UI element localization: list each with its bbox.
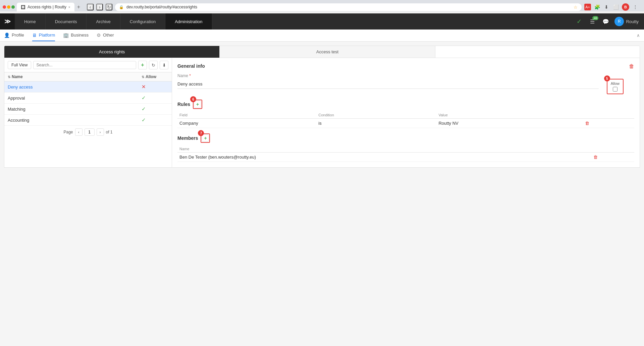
platform-icon: 🖥 bbox=[32, 33, 37, 38]
sub-nav-profile[interactable]: 👤 Profile bbox=[4, 30, 24, 41]
rules-header-row: Field Condition Value bbox=[177, 112, 634, 119]
add-rule-btn[interactable]: + bbox=[194, 101, 201, 108]
tab-bar: 🔲 Access rights | Routty × + bbox=[17, 3, 82, 11]
tab-access-test[interactable]: Access test bbox=[220, 46, 435, 58]
search-input[interactable] bbox=[33, 61, 136, 69]
allow-checkbox[interactable] bbox=[613, 87, 618, 92]
annotation-badge-5: 5 bbox=[604, 75, 610, 81]
app-logo: ≫ bbox=[0, 13, 15, 30]
nav-item-documents[interactable]: Documents bbox=[46, 13, 87, 30]
members-table-header: Name bbox=[177, 146, 634, 153]
reload-btn[interactable]: ↻ bbox=[106, 4, 112, 10]
member-name: Ben De Tester (ben.wouters@routty.eu) bbox=[177, 153, 591, 162]
chat-icon[interactable]: 💬 bbox=[601, 17, 610, 26]
list-header: ⇅ Name ⇅ Allow bbox=[4, 72, 172, 81]
user-name-area[interactable]: R Routty bbox=[614, 17, 639, 26]
general-info-section: General info Name * Deny access bbox=[177, 63, 624, 94]
col-field: Field bbox=[177, 112, 316, 119]
page-number-input[interactable] bbox=[85, 128, 95, 136]
active-tab[interactable]: 🔲 Access rights | Routty × bbox=[17, 3, 74, 11]
refresh-btn[interactable]: ↻ bbox=[149, 61, 158, 69]
address-bar[interactable]: 🔒 dev.routty.be/portal/routty/#accessrig… bbox=[115, 3, 582, 11]
row-allow-accounting: ✓ bbox=[142, 117, 168, 123]
list-row-approval[interactable]: Approval ✓ bbox=[4, 93, 172, 104]
message-icon: 💬 bbox=[602, 18, 609, 25]
rules-table-body: Company is Routty NV 🗑 bbox=[177, 119, 634, 128]
list-row-matching[interactable]: Matching ✓ bbox=[4, 104, 172, 115]
profile-circle[interactable]: B bbox=[622, 3, 629, 11]
window-close-btn[interactable] bbox=[3, 5, 6, 9]
members-table: Name Ben De Tester (ben.wouters@routty.e… bbox=[177, 146, 634, 162]
prev-page-btn[interactable]: ‹ bbox=[75, 128, 83, 136]
col-value: Value bbox=[436, 112, 583, 119]
extensions-icon[interactable]: A+ bbox=[584, 4, 591, 10]
deny-icon: ✕ bbox=[142, 84, 146, 90]
sub-nav-platform[interactable]: 🖥 Platform bbox=[32, 30, 55, 41]
rule-row-1: Company is Routty NV 🗑 bbox=[177, 119, 634, 128]
window-maximize-btn[interactable] bbox=[11, 5, 15, 9]
sub-nav-profile-label: Profile bbox=[12, 33, 24, 38]
nav-item-administration[interactable]: Administration bbox=[165, 13, 212, 30]
browser-chrome: 🔲 Access rights | Routty × + ‹ › ↻ 🔒 dev… bbox=[0, 0, 644, 11]
browser-top-bar: 🔲 Access rights | Routty × + ‹ › ↻ 🔒 dev… bbox=[3, 3, 641, 11]
next-page-btn[interactable]: › bbox=[97, 128, 104, 136]
sub-nav-business-label: Business bbox=[71, 33, 89, 38]
delete-rule-icon[interactable]: 🗑 bbox=[585, 121, 589, 126]
nav-item-configuration[interactable]: Configuration bbox=[120, 13, 165, 30]
tab-access-rights[interactable]: Access rights bbox=[4, 46, 220, 58]
sub-nav: 👤 Profile 🖥 Platform 🏢 Business ⚙ Other … bbox=[0, 30, 644, 42]
add-record-btn[interactable]: + bbox=[138, 61, 147, 69]
sub-nav-other[interactable]: ⚙ Other bbox=[97, 30, 114, 41]
list-row-deny-access[interactable]: Deny access ✕ bbox=[4, 81, 172, 93]
nav-item-home[interactable]: Home bbox=[15, 13, 46, 30]
split-view-icon[interactable]: ⬜ bbox=[612, 4, 619, 10]
general-info-title: General info bbox=[177, 63, 624, 69]
nav-item-archive[interactable]: Archive bbox=[87, 13, 120, 30]
accounting-check-icon: ✓ bbox=[142, 117, 146, 123]
back-btn[interactable]: ‹ bbox=[87, 4, 94, 10]
sub-nav-collapse-btn[interactable]: ∧ bbox=[637, 33, 640, 38]
other-icon: ⚙ bbox=[97, 33, 101, 38]
download-icon[interactable]: ⬇ bbox=[603, 4, 610, 10]
name-field-label: Name * bbox=[177, 73, 599, 78]
sub-nav-business[interactable]: 🏢 Business bbox=[63, 30, 89, 41]
name-field: Name * Deny access bbox=[177, 73, 599, 94]
browser-controls bbox=[3, 5, 15, 9]
bookmark-icon[interactable]: ☆ bbox=[574, 5, 578, 10]
row-name-accounting: Accounting bbox=[8, 118, 142, 123]
row-allow-deny: ✕ bbox=[142, 84, 168, 90]
full-view-btn[interactable]: Full View bbox=[8, 61, 31, 69]
delete-record-icon[interactable]: 🗑 bbox=[629, 63, 634, 69]
filter-btn[interactable]: ⬇ bbox=[160, 61, 168, 69]
rule-delete-cell: 🗑 bbox=[583, 119, 634, 128]
total-pages-label: of 1 bbox=[106, 130, 113, 134]
forward-btn[interactable]: › bbox=[96, 4, 103, 10]
name-field-value: Deny access bbox=[177, 79, 599, 89]
tab-close-btn[interactable]: × bbox=[68, 5, 70, 9]
row-name-deny: Deny access bbox=[8, 84, 142, 90]
detail-top-row: General info Name * Deny access bbox=[177, 63, 634, 94]
panel-tabs: Access rights Access test bbox=[4, 46, 640, 58]
menu-icon[interactable]: ⋮ bbox=[632, 4, 639, 10]
column-allow-label: Allow bbox=[146, 74, 156, 79]
members-title: Members bbox=[177, 135, 198, 141]
rules-table-header: Field Condition Value bbox=[177, 112, 634, 119]
window-minimize-btn[interactable] bbox=[7, 5, 10, 9]
add-member-btn[interactable]: + bbox=[202, 134, 209, 142]
col-allow-header: ⇅ Allow bbox=[142, 74, 168, 79]
column-name-label: Name bbox=[12, 74, 23, 79]
extensions-btn[interactable]: 🧩 bbox=[594, 4, 600, 10]
rule-value: Routty NV bbox=[436, 119, 583, 128]
check-icon: ✓ bbox=[577, 18, 582, 25]
row-name-matching: Matching bbox=[8, 107, 142, 112]
notifications-icon[interactable]: ☰ 46 bbox=[588, 17, 597, 26]
row-name-approval: Approval bbox=[8, 96, 142, 101]
members-table-body: Ben De Tester (ben.wouters@routty.eu) 🗑 bbox=[177, 153, 634, 162]
new-tab-btn[interactable]: + bbox=[75, 4, 82, 10]
rules-table: Field Condition Value Company is Routty … bbox=[177, 112, 634, 128]
tab-title: Access rights | Routty bbox=[28, 5, 66, 9]
members-section: Members 7 + Name bbox=[177, 133, 634, 162]
delete-member-icon[interactable]: 🗑 bbox=[593, 155, 598, 160]
list-row-accounting[interactable]: Accounting ✓ bbox=[4, 115, 172, 126]
allow-checkbox-box: Allow bbox=[607, 79, 624, 94]
